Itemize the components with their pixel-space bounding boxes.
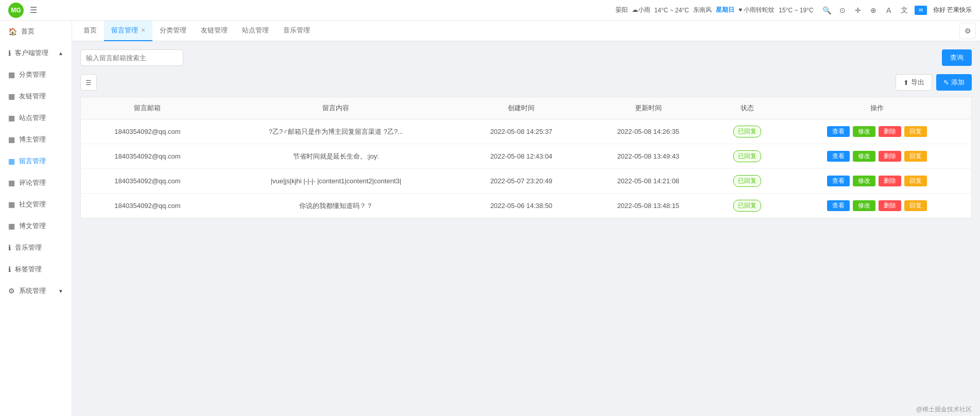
cell-actions: 查看 修改 删除 回复 bbox=[783, 119, 972, 144]
delete-button[interactable]: 删除 bbox=[879, 126, 901, 137]
topbar-right: 晏阳 ☁小雨 14°C ~ 24°C 东南风 星期日 ♥ 小雨转蛇纹 15°C … bbox=[615, 5, 972, 15]
music-icon: ℹ bbox=[8, 244, 11, 252]
comment-icon: ▦ bbox=[8, 179, 15, 187]
cell-actions: 查看 修改 删除 回复 bbox=[783, 144, 972, 169]
cell-actions: 查看 修改 删除 回复 bbox=[783, 169, 972, 194]
tabs-bar: 首页 留言管理 ✕ 分类管理 友链管理 站点管理 音乐管理 ⚙ bbox=[72, 21, 980, 41]
sidebar-item-tag[interactable]: ℹ 标签管理 bbox=[0, 258, 72, 280]
cell-email: 1840354092@qq.com bbox=[81, 144, 214, 169]
category-icon: ▦ bbox=[8, 71, 15, 79]
sidebar-system-label: 系统管理 bbox=[19, 286, 46, 296]
view-button[interactable]: 查看 bbox=[827, 200, 850, 211]
tab-home[interactable]: 首页 bbox=[76, 21, 104, 41]
topbar: MG ☰ 晏阳 ☁小雨 14°C ~ 24°C 东南风 星期日 ♥ 小雨转蛇纹 … bbox=[0, 0, 980, 21]
sidebar-item-social[interactable]: ▦ 社交管理 bbox=[0, 194, 72, 215]
friendlink-icon: ▦ bbox=[8, 92, 15, 100]
cell-created: 2022-05-08 12:43:04 bbox=[458, 144, 585, 169]
reply-button[interactable]: 回复 bbox=[904, 126, 927, 137]
blog-icon: ▦ bbox=[8, 222, 15, 230]
col-created: 创建时间 bbox=[458, 97, 585, 119]
cell-created: 2022-05-07 23:20:49 bbox=[458, 169, 585, 194]
cell-created: 2022-05-08 14:25:37 bbox=[458, 119, 585, 144]
tab-music[interactable]: 音乐管理 bbox=[276, 21, 317, 41]
tab-friendlink[interactable]: 友链管理 bbox=[194, 21, 235, 41]
sidebar-item-comment[interactable]: ▦ 评论管理 bbox=[0, 172, 72, 194]
view-button[interactable]: 查看 bbox=[827, 151, 850, 162]
table-header: 留言邮箱 留言内容 创建时间 更新时间 状态 操作 bbox=[81, 97, 972, 119]
topbar-left: MG ☰ bbox=[8, 3, 37, 18]
search-icon[interactable]: 🔍 bbox=[822, 5, 832, 15]
tab-message[interactable]: 留言管理 ✕ bbox=[104, 21, 152, 41]
toolbar-menu-button[interactable]: ☰ bbox=[80, 74, 97, 91]
cell-updated: 2022-05-08 14:21:08 bbox=[585, 169, 712, 194]
cell-content: 你说的我都懂知道吗？？ bbox=[214, 194, 458, 218]
sidebar-item-system[interactable]: ⚙ 系统管理 ▼ bbox=[0, 280, 72, 302]
topbar-icons: 🔍 ⊙ ✛ ⊕ A 文 ✉ bbox=[822, 5, 927, 15]
status-badge: 已回复 bbox=[733, 200, 761, 212]
edit-button[interactable]: 修改 bbox=[853, 151, 875, 162]
weather-day: 星期日 bbox=[716, 6, 734, 14]
cell-actions: 查看 修改 删除 回复 bbox=[783, 194, 972, 218]
sidebar-item-category[interactable]: ▦ 分类管理 bbox=[0, 64, 72, 85]
cell-status: 已回复 bbox=[712, 169, 783, 194]
sidebar-blog-label: 博文管理 bbox=[19, 221, 46, 231]
font-icon[interactable]: A bbox=[884, 5, 894, 15]
app-logo: MG bbox=[8, 3, 24, 18]
search-button[interactable]: 查询 bbox=[942, 49, 972, 66]
author-icon: ▦ bbox=[8, 135, 15, 144]
table-row: 1840354092@qq.com ?乙?♂邮箱只是作为博主回复留言渠道 ?乙?… bbox=[81, 119, 972, 144]
cell-updated: 2022-05-08 14:26:35 bbox=[585, 119, 712, 144]
sidebar-item-friendlink[interactable]: ▦ 友链管理 bbox=[0, 85, 72, 107]
export-button[interactable]: ⬆ 导出 bbox=[896, 74, 932, 91]
sidebar-item-home[interactable]: 🏠 首页 bbox=[0, 21, 72, 42]
tab-message-close[interactable]: ✕ bbox=[141, 27, 145, 33]
translate-icon[interactable]: 文 bbox=[899, 5, 909, 15]
tab-category[interactable]: 分类管理 bbox=[152, 21, 194, 41]
menu-toggle-icon[interactable]: ☰ bbox=[30, 5, 37, 15]
footer-text: @稀土掘金技术社区 bbox=[916, 406, 972, 413]
add-button[interactable]: ✎ 添加 bbox=[936, 74, 972, 91]
view-button[interactable]: 查看 bbox=[827, 126, 850, 137]
edit-button[interactable]: 修改 bbox=[853, 176, 875, 186]
delete-button[interactable]: 删除 bbox=[879, 176, 901, 186]
search-input[interactable] bbox=[80, 49, 183, 66]
tab-site[interactable]: 站点管理 bbox=[235, 21, 276, 41]
sidebar-item-author[interactable]: ▦ 博主管理 bbox=[0, 129, 72, 150]
cell-email: 1840354092@qq.com bbox=[81, 194, 214, 218]
sidebar-category-label: 分类管理 bbox=[19, 70, 46, 79]
clock-icon[interactable]: ⊙ bbox=[837, 5, 848, 15]
cell-updated: 2022-05-08 13:48:15 bbox=[585, 194, 712, 218]
page-content: 查询 ☰ ⬆ 导出 ✎ 添加 bbox=[72, 41, 980, 403]
globe-icon[interactable]: ⊕ bbox=[868, 5, 879, 15]
sidebar-item-site[interactable]: ▦ 站点管理 bbox=[0, 107, 72, 129]
sidebar-item-music[interactable]: ℹ 音乐管理 bbox=[0, 237, 72, 258]
cell-email: 1840354092@qq.com bbox=[81, 119, 214, 144]
sidebar-site-label: 站点管理 bbox=[19, 113, 46, 123]
edit-button[interactable]: 修改 bbox=[853, 126, 875, 137]
add-label: 添加 bbox=[951, 78, 965, 87]
status-badge: 已回复 bbox=[733, 150, 761, 162]
delete-button[interactable]: 删除 bbox=[879, 200, 901, 211]
sidebar-music-label: 音乐管理 bbox=[15, 243, 42, 252]
delete-button[interactable]: 删除 bbox=[879, 151, 901, 162]
tab-music-label: 音乐管理 bbox=[283, 26, 310, 35]
reply-button[interactable]: 回复 bbox=[904, 200, 927, 211]
tabs-settings-icon[interactable]: ⚙ bbox=[959, 23, 976, 39]
sidebar-item-client[interactable]: ℹ 客户端管理 ▲ bbox=[0, 42, 72, 64]
add-icon: ✎ bbox=[943, 79, 949, 86]
toolbar-right: ⬆ 导出 ✎ 添加 bbox=[896, 74, 972, 91]
view-button[interactable]: 查看 bbox=[827, 176, 850, 186]
cell-status: 已回复 bbox=[712, 119, 783, 144]
col-status: 状态 bbox=[712, 97, 783, 119]
edit-button[interactable]: 修改 bbox=[853, 200, 875, 211]
sidebar-item-message[interactable]: ▦ 留言管理 bbox=[0, 150, 72, 172]
mail-icon[interactable]: ✉ bbox=[915, 6, 927, 15]
weather-temp1: 14°C ~ 24°C bbox=[655, 7, 689, 14]
expand-icon-client: ▲ bbox=[58, 50, 63, 56]
col-updated: 更新时间 bbox=[585, 97, 712, 119]
reply-button[interactable]: 回复 bbox=[904, 176, 927, 186]
settings-icon[interactable]: ✛ bbox=[853, 5, 863, 15]
sidebar-client-label: 客户端管理 bbox=[15, 48, 48, 58]
reply-button[interactable]: 回复 bbox=[904, 151, 927, 162]
sidebar-item-blog[interactable]: ▦ 博文管理 bbox=[0, 215, 72, 237]
